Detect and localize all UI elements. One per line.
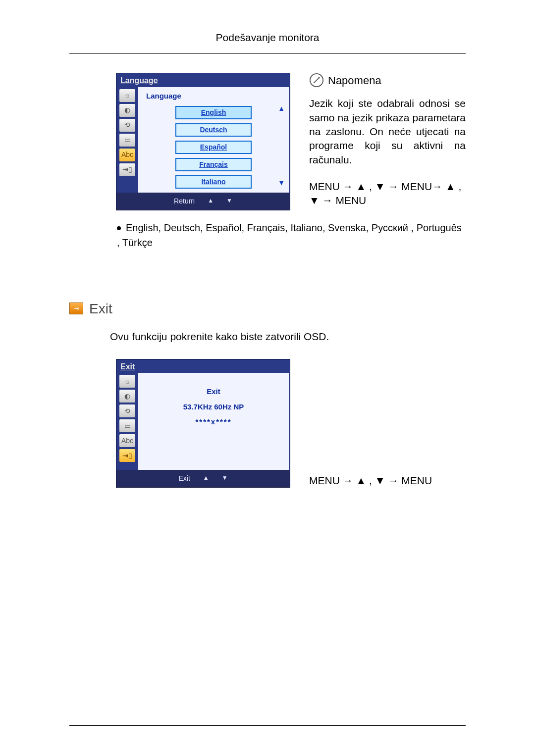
down-triangle-icon[interactable]: ▼ xyxy=(222,474,228,483)
screen-icon: ▭ xyxy=(119,419,135,432)
bullet-icon xyxy=(117,226,121,230)
osd-tab-icons: ☼ ◐ ⟲ ▭ Abc ⇥▯ xyxy=(117,373,138,470)
up-triangle-icon[interactable]: ▲ xyxy=(208,197,214,206)
reset-icon: ⟲ xyxy=(119,404,135,417)
exit-freq-line: 53.7KHz 60Hz NP xyxy=(183,402,244,412)
note-icon xyxy=(309,73,324,88)
exit-badge-icon: ⇥ xyxy=(69,302,83,314)
down-triangle-icon[interactable]: ▼ xyxy=(226,197,232,206)
reset-icon: ⟲ xyxy=(119,119,135,132)
note-title: Napomena xyxy=(328,73,381,88)
language-list: English, Deutsch, Español, Français, Ita… xyxy=(117,220,466,250)
scroll-up-icon[interactable]: ▲ xyxy=(278,104,285,113)
exit-res-line: ****x**** xyxy=(195,417,231,427)
lang-option[interactable]: Español xyxy=(175,141,252,154)
lang-option[interactable]: English xyxy=(175,106,252,119)
lang-option[interactable]: Deutsch xyxy=(175,123,252,137)
language-icon: Abc xyxy=(119,434,135,447)
osd-footer: Exit ▲ ▼ xyxy=(116,470,290,487)
language-icon: Abc xyxy=(119,149,135,161)
brightness-icon: ☼ xyxy=(119,375,135,388)
screen-icon: ▭ xyxy=(119,134,135,147)
scroll-down-icon[interactable]: ▼ xyxy=(278,178,285,188)
osd-footer-label[interactable]: Exit xyxy=(178,474,190,483)
exit-description: Ovu funkciju pokrenite kako biste zatvor… xyxy=(110,330,466,344)
osd-footer-label[interactable]: Return xyxy=(174,197,195,206)
osd-tab-icons: ☼ ◐ ⟲ ▭ Abc ⇥▯ xyxy=(117,87,138,193)
osd-footer: Return ▲ ▼ xyxy=(116,193,290,210)
exit-panel-title: Exit xyxy=(207,387,220,397)
up-triangle-icon[interactable]: ▲ xyxy=(203,474,209,483)
exit-icon: ⇥▯ xyxy=(119,163,135,176)
exit-nav-sequence: MENU → ▲ , ▼ → MENU xyxy=(309,474,432,488)
page-title: Podešavanje monitora xyxy=(69,31,466,54)
footer-rule xyxy=(69,725,466,726)
note-body: Jezik koji ste odabrali odnosi se samo n… xyxy=(309,97,466,167)
language-osd: Language ☼ ◐ ⟲ ▭ Abc ⇥▯ Language Engli xyxy=(116,73,290,210)
exit-osd: Exit ☼ ◐ ⟲ ▭ Abc ⇥▯ Exit 53.7KHz 60Hz xyxy=(116,359,290,488)
exit-heading: ⇥ Exit xyxy=(69,300,466,318)
nav-sequence: MENU → ▲ , ▼ → MENU→ ▲ , ▼ → MENU xyxy=(309,180,466,208)
color-icon: ◐ xyxy=(119,390,135,403)
color-icon: ◐ xyxy=(119,104,135,117)
osd-subtitle: Language xyxy=(146,91,181,101)
exit-icon: ⇥▯ xyxy=(119,449,135,462)
osd-title: Exit xyxy=(116,359,290,373)
lang-option[interactable]: Italiano xyxy=(175,175,252,189)
brightness-icon: ☼ xyxy=(119,89,135,102)
lang-option[interactable]: Français xyxy=(175,158,252,171)
osd-title: Language xyxy=(116,73,290,87)
